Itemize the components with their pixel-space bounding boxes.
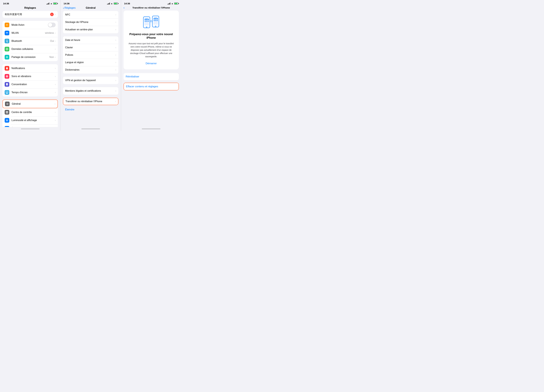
eteindre-link[interactable]: Éteindre — [63, 107, 77, 112]
row-ecran[interactable]: Écran d'accueil et bibliothèque d'apps › — [2, 124, 58, 127]
battery-fill-3 — [175, 3, 177, 4]
wifi-icon-2: ▲ — [111, 2, 113, 5]
update-row[interactable]: 有软件更新可用 1 › — [2, 11, 58, 18]
polices-chevron: › — [115, 54, 116, 56]
update-badge: 1 — [50, 13, 54, 16]
demarrer-button[interactable]: Démarrer — [146, 61, 157, 66]
panel3-content: Préparez-vous pour votre nouvel iPhone A… — [121, 11, 181, 127]
row-mentions[interactable]: Mentions légales et certifications › — [63, 87, 118, 95]
svg-rect-29 — [148, 21, 149, 22]
svg-point-2 — [7, 69, 7, 70]
row-nfc[interactable]: NFC › — [63, 11, 118, 18]
nav-back-2[interactable]: ‹ Réglages — [63, 6, 76, 9]
home-indicator-2 — [60, 127, 121, 131]
status-time-3: 14:36 — [124, 2, 130, 5]
row-luminosite[interactable]: Luminosité et affichage › — [2, 116, 58, 124]
row-dico[interactable]: Dictionnaires › — [63, 66, 118, 74]
row-clavier[interactable]: Clavier › — [63, 44, 118, 51]
partage-value: Non — [49, 56, 54, 58]
row-notifications[interactable]: Notifications › — [2, 64, 58, 72]
general-chevron: › — [54, 103, 55, 105]
luminosite-label: Luminosité et affichage — [12, 119, 55, 122]
effacer-outlined: Effacer contenu et réglages — [124, 83, 179, 90]
home-indicator-3 — [121, 127, 181, 131]
row-wlan[interactable]: WLAN wireless › — [2, 29, 58, 37]
svg-point-23 — [146, 27, 147, 28]
nav-back-chevron-2: ‹ — [63, 6, 64, 9]
row-donnees[interactable]: Données cellulaires › — [2, 45, 58, 53]
signal-icon-3 — [167, 3, 170, 5]
donnees-chevron: › — [55, 48, 56, 51]
svg-rect-6 — [7, 86, 7, 86]
concentration-icon — [5, 82, 9, 87]
row-general[interactable]: ⚙ Général › — [2, 99, 58, 108]
svg-rect-26 — [148, 19, 149, 20]
svg-rect-12 — [7, 112, 8, 113]
mode-avion-toggle[interactable] — [48, 23, 56, 27]
panel-reglages: 14:36 ▲ Réglages 有软件更新可用 1 › ✈ Mode Avio… — [0, 0, 60, 131]
nav-back-3[interactable]: ‹ — [124, 6, 125, 9]
actualiser-chevron: › — [115, 28, 116, 31]
nav-bar-1: Réglages — [0, 6, 60, 11]
row-transfer[interactable]: Transférer ou réinitialiser l'iPhone › — [63, 98, 118, 105]
effacer-section: Effacer contenu et réglages — [124, 83, 178, 90]
notifications-chevron: › — [55, 67, 56, 70]
group-p2-4: Mentions légales et certifications › — [63, 87, 118, 95]
row-sons[interactable]: Sons et vibrations › — [2, 72, 58, 80]
home-bar-2 — [81, 128, 100, 129]
concentration-label: Concentration — [12, 83, 55, 86]
svg-rect-5 — [6, 85, 7, 86]
nfc-label: NFC — [65, 13, 115, 16]
wlan-label: WLAN — [12, 32, 45, 34]
battery-fill-2 — [114, 3, 117, 4]
langue-label: Langue et région — [65, 61, 115, 64]
row-vpn[interactable]: VPN et gestion de l'appareil › — [63, 77, 118, 84]
svg-rect-37 — [154, 20, 155, 21]
row-actualiser[interactable]: Actualiser en arrière-plan › — [63, 26, 118, 33]
row-langue[interactable]: Langue et région › — [63, 59, 118, 66]
update-chevron: › — [55, 13, 56, 16]
svg-rect-24 — [145, 19, 146, 20]
home-bar-1 — [21, 128, 40, 129]
row-concentration[interactable]: Concentration › — [2, 80, 58, 88]
status-icons-1: ▲ — [47, 2, 57, 5]
panel1-content: 有软件更新可用 1 › ✈ Mode Avion WLAN — [0, 11, 60, 127]
wifi-icon-1: ▲ — [50, 2, 52, 5]
partage-icon — [5, 55, 9, 59]
clavier-label: Clavier — [65, 46, 115, 49]
wlan-value: wireless — [45, 32, 54, 34]
reinitialiser-link[interactable]: Réinitialiser — [124, 73, 179, 80]
row-stockage[interactable]: Stockage de l'iPhone › — [63, 18, 118, 26]
row-polices[interactable]: Polices › — [63, 51, 118, 59]
general-icon: ⚙ — [5, 102, 10, 106]
row-partage[interactable]: Partage de connexion Non › — [2, 53, 58, 61]
concentration-chevron: › — [55, 83, 56, 86]
effacer-link[interactable]: Effacer contenu et réglages — [124, 83, 178, 90]
phones-illustration — [142, 15, 160, 30]
row-mode-avion[interactable]: ✈ Mode Avion — [2, 21, 58, 29]
svg-rect-38 — [155, 20, 156, 21]
bluetooth-label: Bluetooth — [12, 40, 50, 42]
battery-icon-2 — [114, 2, 118, 5]
group-p2-1: NFC › Stockage de l'iPhone › Actualiser … — [63, 11, 118, 33]
row-temps[interactable]: Temps d'écran › — [2, 88, 58, 97]
svg-rect-34 — [154, 18, 155, 19]
partage-chevron: › — [55, 56, 56, 58]
group-notifications: Notifications › Sons et vibrations › — [2, 64, 58, 97]
transfer-label: Transférer ou réinitialiser l'iPhone — [65, 100, 115, 103]
donnees-icon — [5, 47, 9, 52]
row-date[interactable]: Date et heure › — [63, 36, 118, 44]
battery-icon-3 — [174, 2, 178, 5]
transfer-outlined: Transférer ou réinitialiser l'iPhone › — [63, 98, 118, 105]
home-bar-3 — [142, 128, 160, 129]
row-centre[interactable]: Centre de contrôle › — [2, 108, 58, 116]
donnees-label: Données cellulaires — [12, 48, 55, 51]
nav-bar-3: ‹ Transférer ou réinitialiser l'iPhone — [121, 6, 181, 11]
svg-rect-27 — [145, 21, 146, 22]
centre-label: Centre de contrôle — [12, 111, 55, 114]
svg-rect-9 — [6, 111, 7, 112]
mode-avion-label: Mode Avion — [12, 23, 48, 26]
row-bluetooth[interactable]: Bluetooth Oui › — [2, 37, 58, 45]
notifications-icon — [5, 66, 9, 71]
wlan-icon — [5, 31, 9, 35]
